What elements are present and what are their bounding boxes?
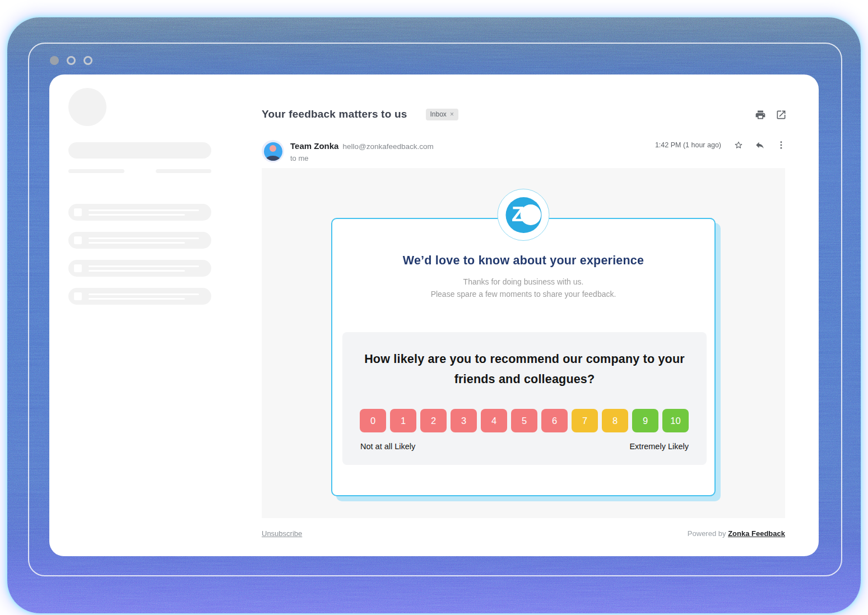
sender-avatar	[262, 140, 284, 162]
survey-subtext-line2: Please spare a few moments to share your…	[332, 288, 714, 300]
sidebar-skeleton-item	[68, 232, 211, 249]
inbox-label: Inbox	[430, 110, 447, 118]
nps-left-label: Not at all Likely	[360, 442, 415, 451]
powered-by: Powered by Zonka Feedback	[688, 529, 785, 538]
nps-button-9[interactable]: 9	[632, 409, 658, 432]
window-control-dot-3[interactable]	[83, 56, 92, 65]
screenshot-stage: Your feedback matters to us Inbox × Team…	[0, 0, 868, 615]
nps-button-8[interactable]: 8	[602, 409, 628, 432]
survey-heading: We’d love to know about your experience	[332, 254, 714, 268]
sender-name: Team Zonka	[290, 141, 338, 151]
nps-scale-labels: Not at all Likely Extremely Likely	[360, 442, 689, 451]
nps-button-1[interactable]: 1	[390, 409, 416, 432]
powered-by-label: Powered by	[688, 529, 726, 538]
email-subject: Your feedback matters to us	[262, 108, 407, 120]
sidebar-skeleton-item	[68, 204, 211, 221]
reply-button[interactable]	[755, 140, 765, 150]
print-icon	[755, 109, 766, 120]
nps-button-2[interactable]: 2	[420, 409, 447, 432]
nps-button-0[interactable]: 0	[360, 409, 386, 432]
window-control-dot-2[interactable]	[67, 56, 76, 65]
skeleton-checkbox	[74, 236, 82, 244]
unsubscribe-link[interactable]: Unsubscribe	[262, 529, 302, 538]
sidebar-skeleton-item	[68, 288, 211, 305]
survey-subtext: Thanks for doing business with us. Pleas…	[332, 276, 714, 300]
survey-subtext-line1: Thanks for doing business with us.	[332, 276, 714, 288]
nps-scale: 012345678910	[360, 409, 689, 432]
sender-line: Team Zonka hello@zonkafeedback.com	[290, 141, 434, 151]
more-options-button[interactable]	[776, 140, 786, 150]
window-control-dot-1[interactable]	[50, 56, 59, 65]
email-meta: 1:42 PM (1 hour ago)	[655, 140, 786, 150]
sidebar-skeleton-bar	[156, 169, 211, 173]
nps-button-4[interactable]: 4	[481, 409, 507, 432]
sidebar-skeleton-bar	[68, 169, 124, 173]
sidebar-skeleton-pill	[68, 142, 211, 159]
skeleton-checkbox	[74, 292, 82, 300]
subject-row: Your feedback matters to us Inbox ×	[262, 108, 458, 120]
print-button[interactable]	[755, 109, 766, 120]
nps-button-10[interactable]: 10	[662, 409, 689, 432]
recipient-label[interactable]: to me	[290, 154, 309, 162]
header-actions	[755, 109, 787, 120]
reply-icon	[755, 140, 765, 150]
star-icon	[734, 140, 744, 150]
logo-letter: Z	[512, 202, 524, 226]
timestamp: 1:42 PM (1 hour ago)	[655, 141, 721, 149]
nps-question-box: How likely are you to recommend our comp…	[342, 332, 707, 465]
nps-button-5[interactable]: 5	[511, 409, 537, 432]
nps-button-6[interactable]: 6	[541, 409, 568, 432]
email-body: Z We’d love to know about your experienc…	[262, 168, 785, 518]
sidebar-skeleton-avatar	[68, 88, 106, 126]
survey-card: We’d love to know about your experience …	[331, 218, 716, 496]
zonka-feedback-link[interactable]: Zonka Feedback	[728, 529, 785, 538]
nps-button-3[interactable]: 3	[451, 409, 477, 432]
skeleton-checkbox	[74, 264, 82, 272]
sidebar-skeleton-item	[68, 260, 211, 277]
zonka-logo: Z	[498, 189, 550, 241]
inbox-label-badge[interactable]: Inbox ×	[426, 109, 458, 120]
open-in-new-button[interactable]	[776, 109, 787, 120]
close-icon[interactable]: ×	[450, 110, 454, 118]
open-in-new-icon	[776, 109, 787, 120]
nps-question: How likely are you to recommend our comp…	[342, 332, 707, 389]
window-controls	[50, 56, 92, 65]
mail-window: Your feedback matters to us Inbox × Team…	[49, 74, 819, 556]
nps-right-label: Extremely Likely	[629, 442, 689, 451]
skeleton-checkbox	[74, 208, 82, 216]
avatar-person-icon	[264, 142, 282, 161]
sender-address: hello@zonkafeedback.com	[342, 142, 433, 151]
zonka-logo-ball: Z	[505, 197, 541, 233]
nps-button-7[interactable]: 7	[572, 409, 598, 432]
more-options-icon	[776, 140, 786, 150]
star-button[interactable]	[734, 140, 744, 150]
